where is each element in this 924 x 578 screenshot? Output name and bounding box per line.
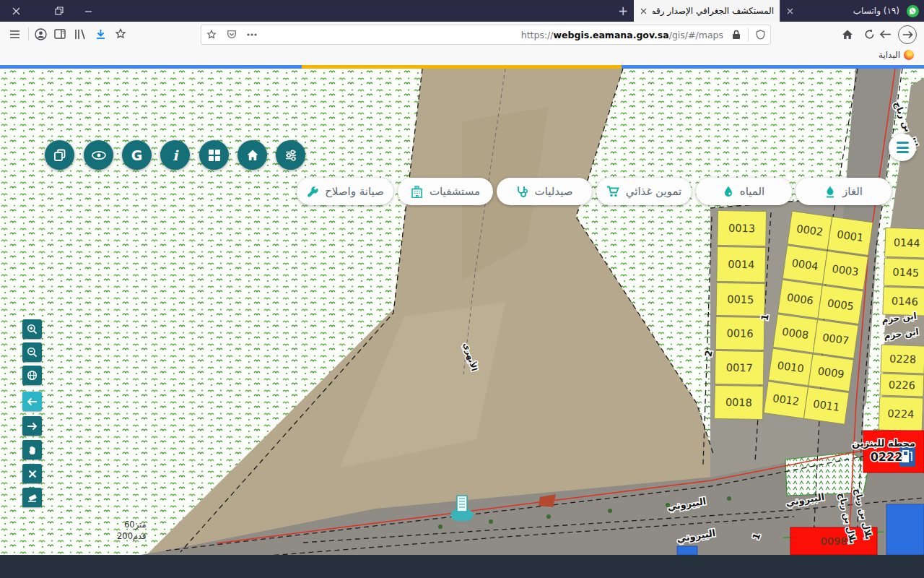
category-label: الغاز	[842, 185, 863, 198]
sidebar-icon	[54, 29, 66, 39]
category-label: مستشفيات	[430, 185, 480, 198]
category-button-hospitals[interactable]: مستشفيات	[398, 178, 493, 205]
permissions-shield-icon[interactable]	[750, 26, 770, 43]
arrow-left-icon	[879, 30, 892, 39]
parcel-number: 0144	[894, 237, 920, 249]
next-extent-button[interactable]	[22, 416, 42, 436]
reload-icon	[864, 29, 875, 40]
tab-title: (١٩) واتساب	[799, 6, 905, 16]
firefox-icon	[904, 50, 914, 60]
forward-button[interactable]	[898, 25, 917, 44]
stethoscope-icon	[516, 186, 528, 198]
parcel-number: 0016	[726, 327, 753, 340]
category-label: صيدليات	[535, 185, 573, 198]
window-close-button[interactable]	[1, 0, 30, 22]
eraser-button[interactable]	[22, 488, 42, 507]
parcel-number: 0224	[887, 407, 914, 420]
copy-map-button[interactable]	[45, 140, 74, 170]
whatsapp-icon	[907, 5, 919, 17]
tab-close-icon[interactable]	[634, 8, 653, 14]
flame-icon	[824, 185, 836, 198]
category-button-maintenance[interactable]: صيانة واصلاح	[297, 178, 393, 205]
gis-map[interactable]: 001300140015001600170018 000200040006000…	[0, 64, 924, 555]
page-actions-icon[interactable]	[242, 26, 262, 43]
tab-geoexplorer[interactable]: المستكشف الجغرافي الإصدار رقم 1.1	[634, 0, 780, 22]
eraser-icon	[27, 493, 38, 502]
library-icon	[74, 29, 87, 40]
menu-button[interactable]	[4, 24, 25, 44]
url-bar[interactable]: https://webgis.eamana.gov.sa/gis/#/maps	[201, 25, 771, 45]
close-icon	[787, 8, 793, 14]
zoom-in-button[interactable]	[22, 319, 42, 339]
window-minimize-button[interactable]	[74, 0, 103, 22]
back-button[interactable]	[875, 24, 895, 44]
map-menu-button[interactable]	[889, 134, 916, 161]
parcel-number: 0018	[725, 397, 752, 409]
street-label: 0222	[871, 450, 903, 464]
parcel-number: 0228	[889, 353, 916, 365]
account-icon	[35, 28, 47, 40]
tab-whatsapp[interactable]: (١٩) واتساب	[780, 0, 924, 22]
parcel-block-a: 001300140015001600170018	[715, 210, 767, 419]
account-button[interactable]	[30, 24, 51, 44]
home-map-button[interactable]	[237, 140, 267, 170]
category-label: تموين غذائي	[626, 185, 682, 198]
category-button-food-supply[interactable]: تموين غذائي	[596, 178, 692, 205]
map-viewport[interactable]: 001300140015001600170018 000200040006000…	[0, 64, 924, 555]
category-button-water[interactable]: المياه	[696, 178, 792, 205]
parcel-number: 0014	[728, 259, 754, 271]
arrow-right-icon	[902, 30, 913, 39]
new-tab-button[interactable]: +	[614, 2, 632, 20]
close-icon	[28, 470, 37, 478]
apps-grid-button[interactable]	[199, 140, 229, 170]
cart-icon	[606, 186, 619, 198]
url-text[interactable]: https://webgis.eamana.gov.sa/gis/#/maps	[262, 30, 726, 40]
bookmarks-bar: البداية	[0, 46, 924, 64]
toolbar-divider	[28, 27, 29, 40]
pocket-icon[interactable]	[222, 26, 242, 43]
restore-icon	[55, 7, 64, 15]
tab-title: المستكشف الجغرافي الإصدار رقم 1.1	[653, 6, 780, 16]
sidebar-button[interactable]	[50, 24, 70, 44]
layers-settings-button[interactable]	[276, 140, 305, 170]
windows-taskbar: 1 ٠٥:٤٠ م ٢٣/١٠/٤١ ع اكتب هنا للبحث	[0, 555, 924, 578]
bookmark-star-icon[interactable]	[201, 26, 222, 43]
category-label: المياه	[740, 185, 764, 198]
parcel[interactable]	[677, 546, 697, 555]
close-icon	[12, 7, 20, 15]
window-restore-button[interactable]	[45, 0, 74, 22]
home-icon	[842, 29, 853, 40]
parcel[interactable]	[886, 504, 924, 555]
library-button[interactable]	[70, 24, 90, 44]
info-button[interactable]: i	[160, 140, 190, 170]
bookmark-menu-button[interactable]	[110, 24, 131, 44]
clear-button[interactable]	[22, 464, 42, 483]
zoom-out-button[interactable]	[22, 342, 42, 362]
copy-icon	[53, 148, 67, 163]
parcel-number: 0226	[889, 379, 915, 391]
bookmark-label: البداية	[879, 50, 900, 60]
zoom-in-icon	[27, 324, 38, 335]
bookmark-item[interactable]: البداية	[879, 48, 914, 62]
google-maps-button[interactable]: G	[122, 140, 152, 170]
category-button-gas[interactable]: الغاز	[796, 178, 892, 205]
tab-close-icon[interactable]	[780, 8, 799, 14]
parcel-number: 0015	[727, 293, 754, 306]
eye-icon	[91, 148, 107, 163]
star-plus-icon	[115, 28, 126, 40]
visibility-button[interactable]	[84, 140, 113, 170]
download-icon	[95, 29, 106, 40]
home-button[interactable]	[837, 24, 858, 44]
downloads-button[interactable]	[90, 24, 110, 44]
parcel-number: 0098	[821, 535, 847, 547]
grid-icon	[207, 148, 221, 162]
google-letter-icon: G	[131, 147, 143, 163]
globe-button[interactable]	[22, 366, 42, 385]
street-label: محطة للبنزين	[852, 438, 915, 449]
category-button-pharmacies[interactable]: صيدليات	[497, 178, 592, 205]
previous-extent-button[interactable]	[22, 392, 42, 411]
wrench-icon	[306, 186, 318, 198]
home-icon	[245, 148, 260, 162]
pan-button[interactable]	[22, 440, 42, 460]
scale-feet: 200قدم	[117, 531, 147, 541]
